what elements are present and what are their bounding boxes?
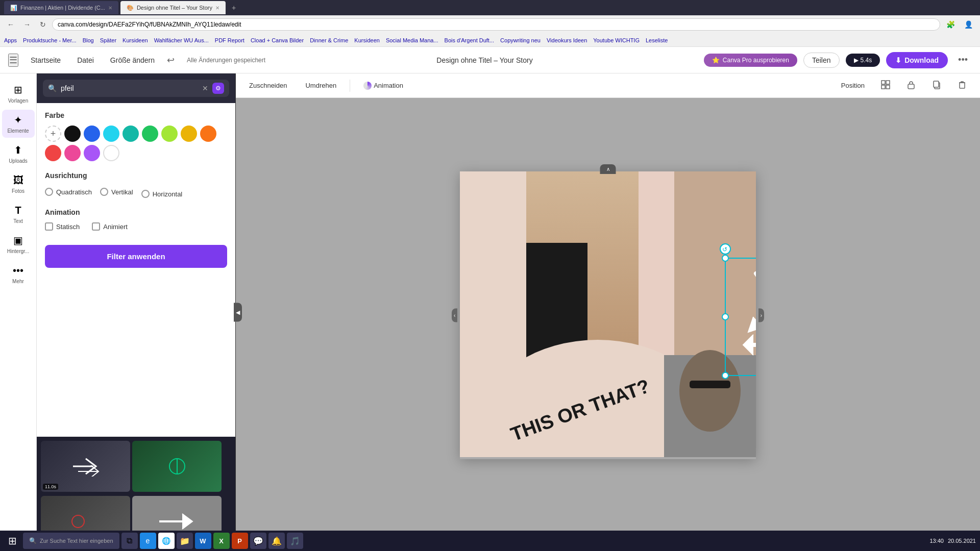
taskbar-edge[interactable]: e: [140, 533, 156, 549]
color-pink[interactable]: [64, 145, 81, 161]
bookmark-wahlfaecher[interactable]: Wahlfächer WU Aus...: [154, 37, 209, 43]
orientation-vertikal[interactable]: Vertikal: [100, 186, 133, 198]
checkbox-statisch[interactable]: [45, 222, 53, 231]
taskbar-chrome[interactable]: 🌐: [158, 533, 175, 549]
color-blue[interactable]: [84, 126, 100, 142]
copy-button[interactable]: [927, 78, 946, 93]
bookmark-copywriting[interactable]: Copywriting neu: [500, 37, 541, 43]
taskbar-word[interactable]: W: [195, 533, 211, 549]
bookmark-spaeter[interactable]: Später: [100, 37, 116, 43]
sidebar-item-text[interactable]: T Text: [2, 200, 35, 228]
canvas-wrapper[interactable]: THIS OR THAT?: [236, 98, 980, 533]
file-nav[interactable]: Datei: [73, 54, 98, 66]
color-red[interactable]: [45, 145, 61, 161]
bookmark-youtube[interactable]: Youtube WICHTIG: [593, 37, 640, 43]
color-orange[interactable]: [200, 126, 216, 142]
lock-button[interactable]: [901, 78, 921, 93]
taskbar-task-view[interactable]: ⧉: [121, 533, 138, 549]
grid-button[interactable]: [876, 78, 895, 93]
forward-button[interactable]: →: [20, 19, 34, 30]
sidebar-item-mehr[interactable]: ••• Mehr: [2, 260, 35, 288]
home-button[interactable]: ☰: [8, 54, 18, 67]
new-tab-button[interactable]: +: [228, 3, 240, 13]
panel-collapse-button[interactable]: ◀: [234, 303, 242, 322]
thumbnail-1[interactable]: 11.0s: [41, 441, 130, 492]
radio-vertikal[interactable]: [100, 188, 108, 196]
taskbar-powerpoint[interactable]: P: [232, 533, 248, 549]
home-nav[interactable]: Startseite: [27, 54, 65, 66]
sidebar-item-hintergrund[interactable]: ▣ Hintergr...: [2, 230, 35, 258]
undo-icon[interactable]: ↩: [167, 55, 175, 66]
position-button[interactable]: Position: [836, 80, 870, 91]
windows-start-button[interactable]: ⊞: [4, 533, 21, 549]
bookmark-social[interactable]: Social Media Mana...: [386, 37, 438, 43]
radio-quadratisch[interactable]: [45, 188, 53, 196]
resize-nav[interactable]: Größe ändern: [106, 54, 159, 66]
canvas-left-nav[interactable]: ‹: [452, 309, 457, 322]
taskbar-excel[interactable]: X: [213, 533, 230, 549]
taskbar-app6[interactable]: 🔔: [268, 533, 285, 549]
taskbar-search[interactable]: 🔍 Zur Suche Text hier eingeben: [23, 533, 119, 549]
tab-close-active[interactable]: ✕: [215, 5, 219, 11]
search-filter-button[interactable]: ⚙: [212, 83, 224, 94]
download-button[interactable]: ⬇ Download: [886, 52, 948, 68]
bookmark-kursideen1[interactable]: Kursideen: [122, 37, 148, 43]
add-color-swatch[interactable]: +: [45, 126, 61, 142]
checkbox-animiert[interactable]: [92, 222, 100, 231]
reload-button[interactable]: ↻: [37, 19, 49, 30]
bookmark-leseliste[interactable]: Leseliste: [646, 37, 668, 43]
more-options-button[interactable]: •••: [954, 53, 972, 67]
back-button[interactable]: ←: [4, 19, 17, 30]
color-yellow[interactable]: [181, 126, 197, 142]
color-black[interactable]: [64, 126, 81, 142]
orientation-horizontal[interactable]: Horizontal: [141, 190, 183, 198]
bookmark-apps[interactable]: Apps: [4, 37, 17, 43]
profile-button[interactable]: 👤: [961, 19, 976, 30]
search-input[interactable]: [61, 84, 198, 92]
bookmark-kursideen2[interactable]: Kursideen: [354, 37, 380, 43]
color-teal[interactable]: [122, 126, 139, 142]
radio-horizontal[interactable]: [141, 190, 150, 198]
extensions-button[interactable]: 🧩: [943, 19, 958, 30]
anim-statisch[interactable]: Statisch: [45, 222, 80, 231]
design-canvas[interactable]: THIS OR THAT?: [460, 171, 756, 459]
play-button[interactable]: ▶ 5.4s: [846, 54, 880, 67]
canvas-right-nav[interactable]: ›: [758, 309, 764, 322]
apply-filter-button[interactable]: Filter anwenden: [45, 245, 227, 268]
address-bar[interactable]: [52, 18, 940, 31]
bookmark-blog[interactable]: Blog: [83, 37, 94, 43]
search-clear-button[interactable]: ✕: [202, 84, 208, 92]
bookmark-bois[interactable]: Bois d'Argent Duft...: [445, 37, 494, 43]
design-title[interactable]: Design ohne Titel – Your Story: [436, 56, 532, 64]
orientation-quadratisch[interactable]: Quadratisch: [45, 186, 92, 198]
flip-button[interactable]: Umdrehen: [300, 80, 341, 91]
color-purple[interactable]: [84, 145, 100, 161]
taskbar-explorer[interactable]: 📁: [177, 533, 193, 549]
bookmark-videokurs[interactable]: Videokurs Ideen: [547, 37, 587, 43]
sidebar-item-uploads[interactable]: ⬆ Uploads: [2, 140, 35, 168]
color-green[interactable]: [142, 126, 158, 142]
sidebar-item-vorlagen[interactable]: ⊞ Vorlagen: [2, 80, 35, 108]
tab-inactive[interactable]: 📊 Finanzen | Aktien | Dividende (C... ✕: [4, 1, 118, 14]
share-button[interactable]: Teilen: [803, 53, 840, 68]
anim-animiert[interactable]: Animiert: [92, 222, 128, 231]
animation-button[interactable]: Animation: [358, 80, 408, 92]
canva-pro-button[interactable]: ⭐ Canva Pro ausprobieren: [704, 54, 797, 67]
tab-close[interactable]: ✕: [108, 5, 112, 11]
color-cyan[interactable]: [103, 126, 119, 142]
bookmark-dinner[interactable]: Dinner & Crime: [310, 37, 348, 43]
canvas-top-nav[interactable]: ∧: [600, 164, 616, 174]
tab-active[interactable]: 🎨 Design ohne Titel – Your Story ✕: [120, 1, 226, 14]
color-lime[interactable]: [161, 126, 178, 142]
color-white[interactable]: [103, 145, 119, 161]
bookmark-produktsuche[interactable]: Produktsuche - Mer...: [23, 37, 77, 43]
crop-button[interactable]: Zuschneiden: [244, 80, 292, 91]
trash-button[interactable]: [952, 78, 972, 93]
thumbnail-2[interactable]: [132, 441, 222, 492]
bookmark-pdf[interactable]: PDF Report: [215, 37, 244, 43]
taskbar-app5[interactable]: 💬: [250, 533, 266, 549]
bookmark-cload[interactable]: Cload + Canva Bilder: [251, 37, 304, 43]
taskbar-app7[interactable]: 🎵: [287, 533, 303, 549]
sidebar-item-elemente[interactable]: ✦ Elemente: [2, 110, 35, 138]
sidebar-item-fotos[interactable]: 🖼 Fotos: [2, 170, 35, 198]
